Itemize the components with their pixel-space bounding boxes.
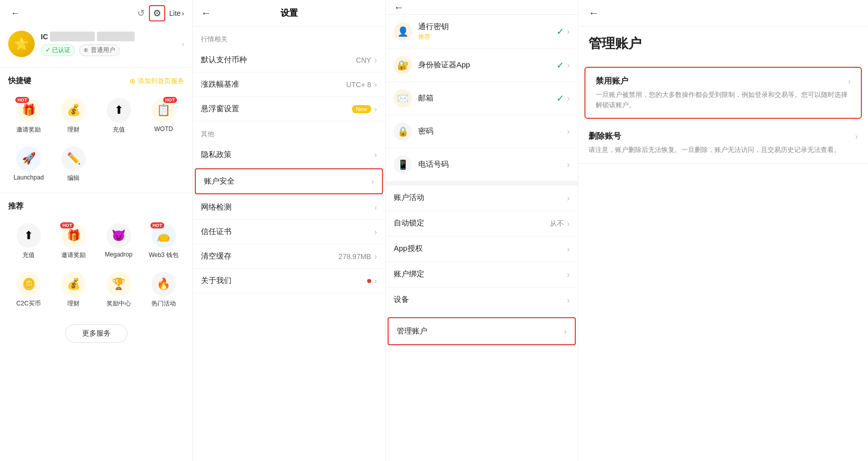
security-devices[interactable]: 设备 ›: [386, 288, 578, 313]
chevron-icon: ›: [567, 94, 570, 103]
back-button[interactable]: ←: [8, 6, 22, 20]
manage-delete-account[interactable]: 删除账号 请注意，账户删除后无法恢复。一旦删除，账户无法访问，且交易历史记录无法…: [578, 123, 868, 164]
profile-id-row: IC __________ ________: [41, 32, 175, 41]
password-icon: 🔒: [394, 122, 412, 141]
lite-button[interactable]: Lite ›: [169, 9, 184, 17]
quick-edit[interactable]: ✏️ 编辑: [53, 142, 94, 187]
profile-detail-blurred: ________: [97, 32, 135, 41]
settings-floating-window[interactable]: 悬浮窗设置 New ›: [193, 97, 385, 121]
security-back-button[interactable]: ←: [394, 2, 404, 13]
launchpad-icon-circle: 🚀: [16, 146, 41, 171]
quick-deposit[interactable]: ⬆ 充值: [98, 94, 139, 138]
finance-icon-circle: 💰: [61, 98, 86, 122]
settings-trust-cert[interactable]: 信任证书 ›: [193, 220, 385, 244]
launchpad-label: Launchpad: [13, 174, 43, 181]
chevron-icon: ›: [567, 61, 570, 70]
chevron-icon: ›: [567, 270, 570, 279]
new-badge: New: [352, 105, 371, 113]
chevron-icon: ›: [371, 177, 374, 186]
avatar: 🌟: [8, 31, 35, 57]
finance-label: 理财: [67, 125, 80, 134]
refresh-icon[interactable]: ↺: [137, 8, 145, 19]
quick-keys-header: 快捷键 ⊕ 添加到首页服务: [0, 70, 192, 90]
check-icon: ✓: [556, 26, 564, 37]
security-auto-lock[interactable]: 自动锁定 从不 ›: [386, 211, 578, 237]
settings-clear-cache[interactable]: 清空缓存 278.97MB ›: [193, 244, 385, 269]
rec-c2c[interactable]: 🪙 C2C买币: [8, 268, 49, 312]
chevron-icon: ›: [564, 327, 567, 336]
invite-icon-circle: 🎁HOT: [16, 98, 41, 122]
settings-nav: ← 设置: [193, 0, 385, 27]
chevron-icon: ›: [374, 203, 377, 212]
rec-finance[interactable]: 💰 理财: [53, 268, 94, 312]
settings-account-security[interactable]: 账户安全 ›: [195, 168, 383, 194]
manage-disable-account[interactable]: 禁用账户 一旦账户被禁用，您的大多数操作都会受到限制，例如登录和交易等。您可以随…: [584, 67, 862, 119]
wotd-label: WOTD: [155, 125, 173, 133]
check-icon: ✓: [556, 93, 564, 104]
security-authenticator[interactable]: 🔐 身份验证器App ✓ ›: [386, 49, 578, 82]
passkey-icon: 👤: [394, 22, 412, 41]
manage-account-label: 管理账户: [397, 326, 564, 336]
recommended-header: 推荐: [0, 195, 192, 215]
auto-lock-value: 从不: [550, 219, 564, 228]
settings-privacy[interactable]: 隐私政策 ›: [193, 143, 385, 167]
deposit-label: 充值: [113, 125, 125, 134]
rec-hot-events[interactable]: 🔥 热门活动: [143, 268, 184, 312]
chevron-icon: ›: [374, 227, 377, 237]
security-phone[interactable]: 📱 电话号码 ›: [386, 148, 578, 182]
quick-wotd[interactable]: 📋HOT WOTD: [143, 94, 184, 138]
divider-1: [0, 67, 192, 68]
chevron-icon: ›: [848, 77, 851, 86]
settings-title: 设置: [280, 7, 298, 19]
chevron-icon: ›: [374, 252, 377, 261]
quick-launchpad[interactable]: 🚀 Launchpad: [8, 142, 49, 187]
profile-badges: ✓ 已认证 ⊕ 普通用户: [41, 44, 175, 56]
wotd-icon-circle: 📋HOT: [151, 98, 176, 122]
security-email[interactable]: ✉️ 邮箱 ✓ ›: [386, 82, 578, 115]
security-passkey[interactable]: 👤 通行密钥 推荐 ✓ ›: [386, 15, 578, 49]
rec-megadrop[interactable]: 😈 Megadrop: [98, 219, 139, 264]
security-account-activity[interactable]: 账户活动 ›: [386, 186, 578, 211]
email-icon: ✉️: [394, 89, 412, 108]
section-label-market: 行情相关: [193, 27, 385, 48]
rec-deposit[interactable]: ⬆ 充值: [8, 219, 49, 264]
gear-icon: ⚙: [153, 8, 161, 19]
quick-invite[interactable]: 🎁HOT 邀请奖励: [8, 94, 49, 138]
chevron-icon: ›: [567, 296, 570, 305]
settings-about[interactable]: 关于我们 ›: [193, 269, 385, 293]
chevron-icon: ›: [374, 150, 377, 160]
security-password[interactable]: 🔒 密码 ›: [386, 115, 578, 148]
phone-icon: 📱: [394, 156, 412, 174]
chevron-icon: ›: [374, 276, 377, 286]
security-account-binding[interactable]: 账户绑定 ›: [386, 262, 578, 288]
nav-right-icons: ↺ ⚙ Lite ›: [137, 5, 184, 21]
manage-back-button[interactable]: ←: [589, 7, 599, 19]
invite-label: 邀请奖励: [16, 125, 41, 134]
security-app-auth[interactable]: App授权 ›: [386, 237, 578, 262]
quick-finance[interactable]: 💰 理财: [53, 94, 94, 138]
settings-default-currency[interactable]: 默认支付币种 CNY ›: [193, 48, 385, 72]
rec-rewards[interactable]: 🏆 奖励中心: [98, 268, 139, 312]
deposit-icon-circle: ⬆: [107, 98, 131, 122]
check-icon: ✓: [556, 60, 564, 71]
settings-price-basis[interactable]: 涨跌幅基准 UTC+ 8 ›: [193, 72, 385, 97]
panel-account-security: ← 👤 通行密钥 推荐 ✓ › 🔐 身份验证器App ✓ › ✉️ 邮箱 ✓ ›: [386, 0, 578, 461]
rec-invite[interactable]: 🎁HOT 邀请奖励: [53, 219, 94, 264]
chevron-icon: ›: [567, 127, 570, 136]
chevron-icon: ›: [374, 80, 377, 89]
edit-icon-circle: ✏️: [61, 146, 86, 171]
manage-account-item[interactable]: 管理账户 ›: [388, 317, 576, 345]
normal-badge: ⊕ 普通用户: [79, 44, 119, 56]
settings-network[interactable]: 网络检测 ›: [193, 195, 385, 220]
chevron-icon: ›: [374, 105, 377, 114]
rec-web3[interactable]: 👝HOT Web3 钱包: [143, 219, 184, 264]
divider-2: [0, 193, 192, 193]
quick-keys-title: 快捷键: [8, 76, 31, 86]
settings-back-button[interactable]: ←: [201, 7, 211, 19]
gear-button[interactable]: ⚙: [149, 5, 165, 21]
more-services-button[interactable]: 更多服务: [65, 324, 127, 343]
authenticator-icon: 🔐: [394, 56, 412, 74]
profile-chevron[interactable]: ›: [182, 40, 184, 48]
add-service-button[interactable]: ⊕ 添加到首页服务: [130, 76, 184, 86]
more-services-container: 更多服务: [0, 316, 192, 351]
